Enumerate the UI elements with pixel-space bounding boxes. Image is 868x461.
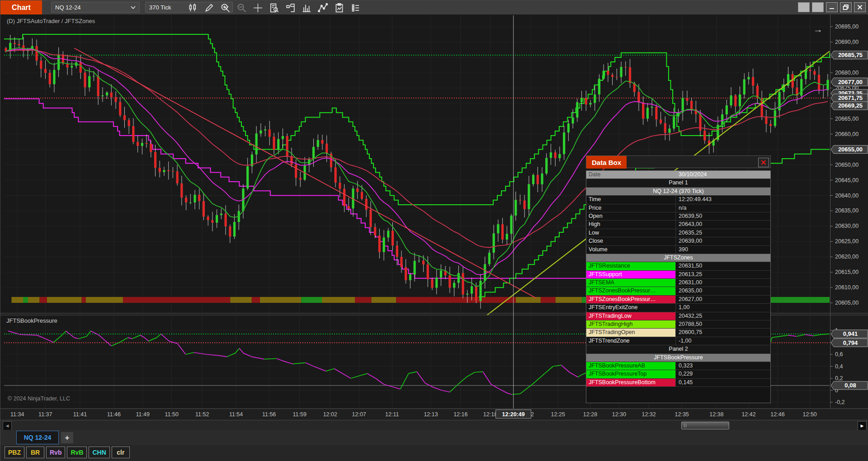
macro-buttons: PBZBRRvbRvBCHNclr: [5, 447, 130, 458]
scroll-right-arrow-icon[interactable]: ▶: [858, 421, 867, 430]
databox-row-label: JFTSZonesBookPressur…: [586, 287, 676, 295]
drawing-line-tool-icon[interactable]: [318, 3, 328, 13]
strategy-clipboard-icon[interactable]: [334, 3, 344, 13]
svg-text:-0,2: -0,2: [835, 399, 845, 405]
databox-row: JFTSZonesBookPressur…20635,00: [586, 287, 770, 295]
data-box-header[interactable]: Data Box: [586, 155, 771, 168]
svg-text:20671,75: 20671,75: [838, 94, 863, 101]
window-controls: [798, 2, 866, 12]
panel2-indicator-label: JFTSBookPressure: [6, 317, 57, 324]
chevron-down-icon: [131, 6, 136, 9]
macro-button-rvb[interactable]: Rvb: [46, 447, 65, 458]
databox-row: JFTSSupport20613,25: [586, 271, 770, 279]
svg-text:12:11: 12:11: [385, 411, 399, 418]
macro-button-br[interactable]: BR: [26, 447, 44, 458]
draw-pencil-icon[interactable]: [204, 3, 214, 13]
databox-row-label: JFTSResistance: [586, 262, 676, 270]
databox-rows: Date30/10/2024Panel 1NQ 12-24 (370 Tick)…: [586, 171, 770, 387]
databox-row-label: High: [586, 221, 676, 228]
databox-row-value: 20631,00: [676, 279, 770, 287]
svg-text:11:59: 11:59: [293, 411, 307, 418]
macro-button-chn[interactable]: CHN: [89, 447, 109, 458]
svg-text:12:46: 12:46: [770, 411, 784, 418]
databox-row: JFTSZonesBookPressur…20627,00: [586, 296, 770, 304]
time-marker-label: 12:20:49: [502, 411, 525, 418]
macro-button-clr[interactable]: clr: [112, 447, 130, 458]
data-box[interactable]: Data Box Date30/10/2024Panel 1NQ 12-24 (…: [586, 155, 771, 403]
svg-text:11:54: 11:54: [229, 411, 243, 418]
svg-text:12:02: 12:02: [323, 411, 337, 418]
macro-button-row: PBZBRRvbRvBCHNclr: [0, 445, 868, 461]
candlestick-chart-icon[interactable]: [188, 3, 198, 13]
svg-text:20630,00: 20630,00: [835, 223, 859, 229]
svg-text:11:49: 11:49: [136, 411, 150, 418]
link-square-icon[interactable]: [798, 2, 810, 12]
svg-text:20635,00: 20635,00: [835, 207, 859, 214]
data-box-icon[interactable]: [269, 3, 279, 13]
toolbar-icons: [188, 2, 361, 14]
minimize-button[interactable]: [826, 2, 838, 12]
svg-text:0,4: 0,4: [835, 363, 843, 370]
databox-row-value: 20639,00: [676, 237, 770, 245]
databox-row: JFTSTradingLow20432,25: [586, 312, 770, 320]
link-square-icon[interactable]: [812, 2, 824, 12]
databox-row: JFTSEMA20631,00: [586, 279, 770, 287]
svg-text:20669,25: 20669,25: [838, 102, 863, 109]
scroll-left-arrow-icon[interactable]: ◀: [3, 421, 12, 430]
chart-window: Chart NQ 12-24 370 Tick: [0, 0, 868, 461]
thumb-grip: [684, 423, 684, 428]
svg-text:12:28: 12:28: [583, 411, 597, 418]
svg-text:20680,00: 20680,00: [835, 70, 859, 76]
crosshair-icon[interactable]: [253, 3, 263, 13]
instrument-dropdown[interactable]: NQ 12-24: [51, 2, 140, 13]
svg-text:11:52: 11:52: [195, 411, 209, 418]
databox-row-value: 20643,00: [676, 221, 770, 228]
horizontal-scrollbar[interactable]: ◀ ▶: [0, 420, 868, 430]
svg-text:0,2: 0,2: [835, 375, 843, 381]
scrollbar-thumb[interactable]: [681, 422, 729, 429]
svg-text:20610,00: 20610,00: [835, 284, 859, 291]
svg-text:11:34: 11:34: [10, 411, 24, 418]
macro-button-pbz[interactable]: PBZ: [5, 447, 24, 458]
interval-dropdown-value: 370 Tick: [149, 4, 171, 11]
macro-button-rvb[interactable]: RvB: [67, 447, 87, 458]
databox-row: JFTSBookPressureAB0,323: [586, 362, 770, 370]
chart-trader-panel-icon[interactable]: [285, 3, 296, 13]
databox-row-value: 20600,75: [676, 329, 770, 336]
databox-row: Low20635,25: [586, 229, 770, 237]
properties-list-icon[interactable]: [350, 3, 361, 13]
svg-text:20650,00: 20650,00: [835, 162, 859, 168]
zoom-out-icon[interactable]: [236, 3, 247, 13]
databox-row: Panel 1: [586, 179, 770, 187]
databox-row-label: Time: [586, 196, 676, 203]
svg-text:11:37: 11:37: [38, 411, 52, 418]
databox-row-label: JFTSBookPressureBottom: [586, 379, 676, 386]
instrument-dropdown-value: NQ 12-24: [55, 4, 80, 11]
indicator-bars-icon[interactable]: [302, 3, 312, 13]
tab-nq-12-24[interactable]: NQ 12-24: [16, 431, 59, 444]
toolbar: Chart NQ 12-24 370 Tick: [0, 0, 868, 15]
scroll-to-latest-arrow-icon[interactable]: →: [813, 24, 823, 35]
svg-text:20625,00: 20625,00: [835, 238, 859, 245]
databox-row-value: 20635,25: [676, 229, 770, 237]
databox-row: JFTSTrendZone-1,00: [586, 337, 770, 345]
databox-row-value: n/a: [676, 204, 770, 212]
svg-text:12:25: 12:25: [551, 411, 565, 418]
zoom-in-icon[interactable]: [220, 3, 231, 13]
svg-text:20660,00: 20660,00: [835, 131, 859, 137]
databox-row-label: Low: [586, 229, 676, 237]
databox-row-value: 20432,25: [676, 312, 770, 320]
close-button[interactable]: [854, 2, 866, 12]
databox-row: Pricen/a: [586, 204, 770, 212]
databox-row: JFTSBookPressure: [586, 354, 770, 362]
restore-button[interactable]: [840, 2, 852, 12]
svg-text:12:18: 12:18: [483, 411, 497, 418]
databox-row-value: 1,00: [676, 304, 770, 311]
data-box-close-button[interactable]: [758, 158, 769, 167]
add-tab-button[interactable]: +: [61, 432, 73, 443]
svg-text:20677,00: 20677,00: [838, 79, 863, 85]
databox-row: JFTSBookPressureTop0,229: [586, 370, 770, 378]
databox-row-label: JFTSBookPressureAB: [586, 362, 676, 370]
chart-series-label: (D) JFTSAutoTrader / JFTSZones: [7, 18, 95, 24]
databox-row: JFTSZones: [586, 254, 770, 262]
